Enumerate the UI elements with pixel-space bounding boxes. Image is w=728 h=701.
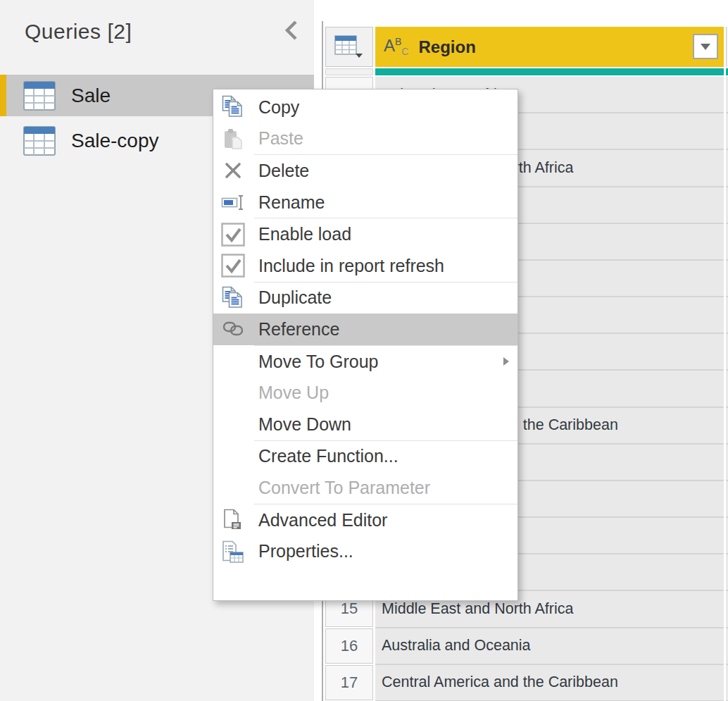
menu-item-properties[interactable]: Properties... <box>213 535 517 567</box>
table-row: 17Central America and the Caribbean <box>325 665 728 701</box>
menu-item-label: Move To Group <box>258 352 378 372</box>
menu-item-reference[interactable]: Reference <box>213 314 517 345</box>
menu-icon-advanced-editor-icon <box>219 506 247 534</box>
copy-icon <box>222 286 244 310</box>
menu-item-label: Convert To Parameter <box>258 478 430 498</box>
properties-icon <box>222 540 244 563</box>
column-name: Region <box>418 37 475 57</box>
menu-item-duplicate[interactable]: Duplicate <box>213 283 517 314</box>
menu-item-convert-to-parameter: Convert To Parameter <box>213 472 517 504</box>
menu-item-label: Rename <box>258 192 325 213</box>
queries-pane-header: Queries [2] <box>0 0 314 44</box>
menu-icon-spacer <box>219 347 247 376</box>
corner-subcell <box>325 68 373 75</box>
collapse-pane-button[interactable] <box>282 18 301 44</box>
menu-item-label: Copy <box>258 97 299 118</box>
query-label: Sale-copy <box>71 130 159 152</box>
menu-item-advanced-editor[interactable]: Advanced Editor <box>213 504 517 536</box>
menu-item-delete[interactable]: Delete <box>213 155 517 187</box>
menu-icon-reference-icon <box>219 315 247 343</box>
menu-item-label: Advanced Editor <box>258 510 387 531</box>
chevron-left-icon <box>283 20 300 41</box>
menu-icon-spacer <box>219 473 247 502</box>
query-context-menu: Copy Paste Delete Rename Enable load Inc… <box>213 89 518 601</box>
menu-item-copy[interactable]: Copy <box>213 92 517 123</box>
row-number: 16 <box>325 628 373 664</box>
menu-icon-spacer <box>219 410 247 438</box>
menu-item-create-function[interactable]: Create Function... <box>213 441 517 473</box>
menu-item-enable-load[interactable]: Enable load <box>213 218 517 250</box>
menu-item-label: Create Function... <box>258 446 398 466</box>
menu-icon-paste-icon <box>219 125 247 153</box>
advanced-editor-icon <box>222 509 244 531</box>
menu-item-label: Move Down <box>258 414 351 435</box>
table-row: 16Australia and Oceania <box>325 628 728 665</box>
column-filter-dropdown-button[interactable] <box>693 34 718 59</box>
menu-item-label: Paste <box>258 128 303 149</box>
menu-icon-delete-icon <box>219 156 247 185</box>
region-cell[interactable]: Australia and Oceania <box>375 628 724 665</box>
query-label: Sale <box>71 85 111 107</box>
column-quality-bar <box>375 68 724 75</box>
menu-icon-rename-icon <box>219 188 247 216</box>
column-header-region[interactable]: ABC Region <box>375 27 724 67</box>
menu-icon-copy-icon <box>219 93 247 121</box>
menu-item-include-in-report-refresh[interactable]: Include in report refresh <box>213 250 517 282</box>
menu-item-rename[interactable]: Rename <box>213 187 517 218</box>
menu-item-move-to-group[interactable]: Move To Group <box>213 346 517 378</box>
menu-icon-checkbox-checked-icon <box>219 252 247 280</box>
menu-icon-copy-icon <box>219 284 247 312</box>
menu-item-paste: Paste <box>213 123 517 155</box>
delete-icon <box>223 161 243 180</box>
menu-icon-properties-icon <box>219 538 247 566</box>
menu-icon-spacer <box>219 442 247 471</box>
selected-query-indicator <box>0 75 6 116</box>
region-cell[interactable]: Central America and the Caribbean <box>375 665 724 701</box>
menu-item-label: Properties... <box>258 541 353 562</box>
filter-dropdown-icon <box>701 44 710 50</box>
selected-query-indicator <box>0 120 6 161</box>
menu-icon-spacer <box>219 379 247 407</box>
paste-icon <box>222 128 244 150</box>
menu-icon-checkbox-checked-icon <box>219 221 247 249</box>
menu-item-label: Reference <box>258 319 339 340</box>
text-type-abc-icon: ABC <box>384 37 408 56</box>
menu-item-move-up: Move Up <box>213 377 517 409</box>
table-select-button[interactable] <box>325 27 373 67</box>
menu-item-label: Duplicate <box>258 287 332 308</box>
submenu-arrow-icon <box>503 357 509 366</box>
menu-item-label: Move Up <box>258 383 329 403</box>
checkbox-checked-icon <box>221 223 245 247</box>
menu-item-move-down[interactable]: Move Down <box>213 409 517 440</box>
table-query-icon <box>23 81 56 111</box>
menu-item-label: Include in report refresh <box>258 256 444 276</box>
reference-icon <box>222 320 244 338</box>
copy-icon <box>222 95 244 119</box>
power-query-editor: { "sidebar": { "title": "Queries [2]", "… <box>0 0 728 701</box>
menu-item-label: Delete <box>258 161 309 181</box>
menu-item-label: Enable load <box>258 224 351 244</box>
table-select-all-icon <box>334 35 364 59</box>
rename-icon <box>221 192 245 212</box>
queries-pane-title: Queries [2] <box>25 20 132 44</box>
row-number: 17 <box>325 665 373 700</box>
table-query-icon <box>23 126 56 156</box>
checkbox-checked-icon <box>221 254 245 278</box>
